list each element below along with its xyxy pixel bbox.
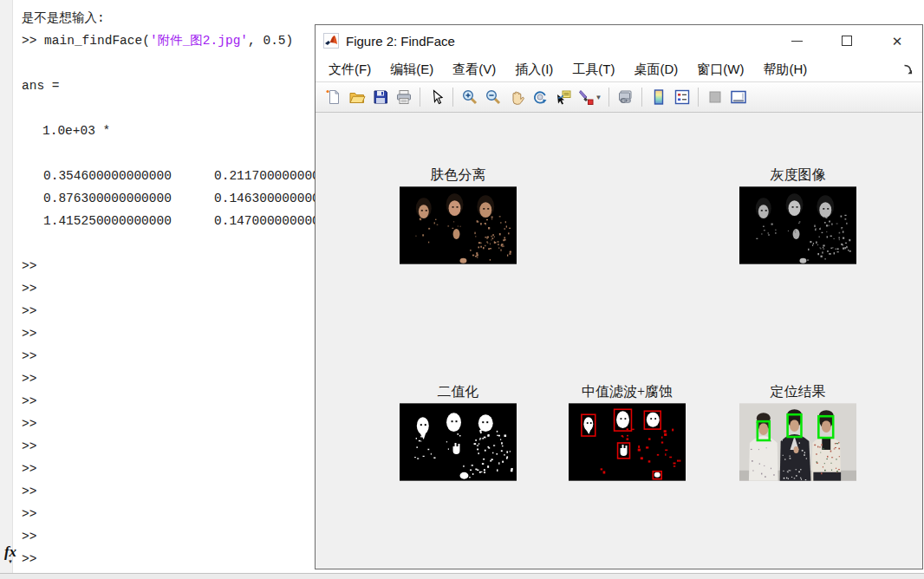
detection-result-image bbox=[739, 403, 856, 481]
save-floppy-icon bbox=[372, 88, 389, 106]
maximize-button[interactable] bbox=[822, 25, 872, 56]
brush-icon bbox=[577, 88, 595, 106]
desktop-bottom-edge bbox=[0, 573, 924, 579]
matrix-value: 0.876300000000000 bbox=[43, 187, 214, 210]
insert-legend-button[interactable] bbox=[670, 86, 693, 109]
show-plot-tools-button[interactable] bbox=[726, 86, 750, 109]
rotate-3d-icon bbox=[531, 88, 549, 106]
menu-item[interactable]: 插入(I) bbox=[505, 56, 563, 82]
insert-colorbar-button[interactable] bbox=[647, 86, 670, 109]
close-icon: ✕ bbox=[892, 35, 903, 48]
edit-plot-button[interactable] bbox=[425, 86, 448, 109]
brush-data-button[interactable]: ▼ bbox=[575, 86, 604, 109]
menu-items: 文件(F)编辑(E)查看(V)插入(I)工具(T)桌面(D)窗口(W)帮助(H) bbox=[319, 56, 817, 82]
subplot-skin-segmentation: 肤色分离 bbox=[400, 166, 517, 264]
dock-figure-button[interactable] bbox=[896, 58, 919, 81]
menu-item[interactable]: 窗口(W) bbox=[687, 56, 753, 82]
grayscale-image bbox=[739, 186, 856, 264]
command-args: , 0.5) bbox=[248, 34, 293, 48]
menu-item[interactable]: 工具(T) bbox=[563, 56, 624, 82]
legend-icon bbox=[673, 88, 691, 106]
menu-item[interactable]: 文件(F) bbox=[319, 56, 381, 82]
figure-title: Figure 2: FindFace bbox=[346, 34, 771, 49]
matrix-value: 1.415250000000000 bbox=[43, 210, 214, 232]
menu-item[interactable]: 桌面(D) bbox=[624, 56, 687, 82]
subplot-binary: 二值化 bbox=[400, 383, 517, 481]
zoom-out-icon bbox=[485, 88, 502, 106]
rotate-3d-button[interactable] bbox=[528, 86, 551, 109]
subplot-title: 灰度图像 bbox=[739, 166, 856, 184]
fx-function-hints-button[interactable]: fx ▾ bbox=[2, 544, 19, 564]
data-cursor-icon bbox=[555, 88, 572, 106]
subplot-title: 中值滤波+腐蚀 bbox=[569, 383, 686, 400]
fx-icon: fx bbox=[2, 544, 19, 559]
new-figure-button[interactable] bbox=[322, 86, 345, 109]
subplot-grayscale: 灰度图像 bbox=[739, 166, 856, 264]
data-cursor-button[interactable] bbox=[551, 86, 575, 109]
subplot-title: 二值化 bbox=[400, 383, 517, 400]
link-plot-button[interactable] bbox=[614, 86, 637, 109]
matlab-logo-icon bbox=[323, 33, 339, 49]
command-window-margin bbox=[0, 0, 13, 573]
show-plot-tools-icon bbox=[730, 88, 747, 106]
subplot-detection-result: 定位结果 bbox=[739, 383, 856, 481]
command-string-arg: '附件_图2.jpg' bbox=[150, 34, 248, 48]
matrix-value: 0.354600000000000 bbox=[43, 165, 214, 187]
zoom-out-button[interactable] bbox=[481, 86, 504, 109]
menu-item[interactable]: 帮助(H) bbox=[753, 56, 817, 82]
subplot-median-filter-erosion: 中值滤波+腐蚀 bbox=[569, 383, 686, 481]
figure-window: Figure 2: FindFace ✕ 文件(F)编辑(E)查看(V)插入(I… bbox=[315, 24, 923, 569]
save-figure-button[interactable] bbox=[368, 86, 392, 109]
cursor-arrow-icon bbox=[428, 88, 446, 106]
figure-canvas: 肤色分离 灰度图像 bbox=[316, 113, 922, 569]
brush-dropdown-caret-icon: ▼ bbox=[595, 94, 602, 101]
printer-icon bbox=[395, 88, 413, 106]
zoom-in-icon bbox=[461, 88, 478, 106]
pan-hand-icon bbox=[508, 88, 525, 106]
open-folder-icon bbox=[348, 88, 366, 106]
binary-image bbox=[400, 403, 517, 481]
command-prompt: >> bbox=[22, 34, 36, 48]
pan-button[interactable] bbox=[504, 86, 528, 109]
minimize-button[interactable] bbox=[771, 25, 822, 56]
close-button[interactable]: ✕ bbox=[872, 25, 922, 56]
new-document-icon bbox=[325, 88, 342, 106]
maximize-icon bbox=[842, 36, 852, 46]
skin-segmentation-image bbox=[400, 186, 517, 264]
zoom-in-button[interactable] bbox=[458, 86, 481, 109]
menu-item[interactable]: 编辑(E) bbox=[381, 56, 443, 82]
menu-item[interactable]: 查看(V) bbox=[443, 56, 505, 82]
hide-plot-tools-button[interactable] bbox=[703, 86, 726, 109]
open-file-button[interactable] bbox=[345, 86, 368, 109]
median-filter-image bbox=[569, 403, 686, 481]
link-plot-icon bbox=[617, 88, 634, 106]
print-figure-button[interactable] bbox=[392, 86, 415, 109]
figure-titlebar[interactable]: Figure 2: FindFace ✕ bbox=[316, 25, 922, 56]
figure-toolbar: ▼ bbox=[316, 82, 922, 113]
hide-plot-tools-icon bbox=[706, 88, 724, 106]
subplot-title: 定位结果 bbox=[739, 383, 856, 400]
subplot-title: 肤色分离 bbox=[400, 166, 517, 184]
figure-menubar: 文件(F)编辑(E)查看(V)插入(I)工具(T)桌面(D)窗口(W)帮助(H) bbox=[316, 56, 922, 82]
colorbar-icon bbox=[650, 88, 667, 106]
dock-arrow-icon bbox=[902, 63, 914, 75]
command-text: main_findFace( bbox=[44, 34, 150, 48]
minimize-icon bbox=[791, 41, 803, 42]
